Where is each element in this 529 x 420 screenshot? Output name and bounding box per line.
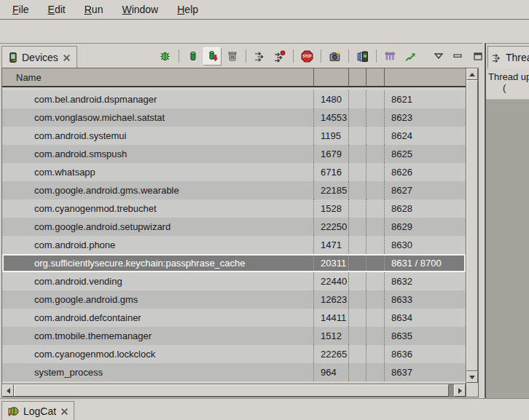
table-row[interactable]: com.android.smspush16798625 xyxy=(2,145,466,163)
empty-cell xyxy=(349,163,367,181)
threads-message-line2: ( xyxy=(486,82,529,93)
table-header: Name xyxy=(2,68,466,87)
horizontal-scroll-thumb[interactable] xyxy=(14,384,449,397)
cause-gc-icon[interactable] xyxy=(223,47,241,66)
process-port: 8629 xyxy=(385,218,466,236)
process-port: 8631 / 8700 xyxy=(385,255,464,271)
menu-file[interactable]: File xyxy=(3,1,39,18)
process-pid: 1471 xyxy=(314,236,349,254)
dump-hprof-icon[interactable] xyxy=(203,47,222,66)
process-name: com.android.smspush xyxy=(2,145,314,163)
column-header-port[interactable] xyxy=(385,68,466,86)
toolbar-separator xyxy=(376,49,377,63)
table-rows: com.bel.android.dspmanager14808621com.vo… xyxy=(2,90,466,381)
empty-cell xyxy=(349,327,367,345)
menu-window[interactable]: Window xyxy=(112,1,168,18)
table-row[interactable]: com.cyanogenmod.lockclock222658636 xyxy=(2,345,466,363)
empty-cell xyxy=(367,145,385,163)
minimize-icon[interactable] xyxy=(449,47,467,66)
debug-process-icon[interactable] xyxy=(156,47,174,66)
process-name: com.android.defcontainer xyxy=(2,309,314,327)
column-header-empty1[interactable] xyxy=(349,68,367,86)
tab-threads[interactable]: Threads xyxy=(487,46,529,68)
empty-cell xyxy=(367,181,385,199)
column-header-empty2[interactable] xyxy=(367,68,385,86)
process-pid: 12623 xyxy=(314,290,349,309)
toolbar-separator xyxy=(321,49,321,63)
process-port: 8636 xyxy=(385,345,466,363)
horizontal-scroll-trough[interactable] xyxy=(449,384,454,397)
pixel-perfect-icon[interactable] xyxy=(401,47,419,66)
empty-cell xyxy=(367,90,385,108)
empty-cell xyxy=(367,127,385,145)
threads-icon xyxy=(491,52,502,63)
vertical-scrollbar[interactable] xyxy=(466,68,478,397)
menu-edit[interactable]: Edit xyxy=(39,1,75,18)
column-header-name[interactable]: Name xyxy=(2,68,314,86)
process-port: 8632 xyxy=(385,272,466,290)
process-port: 8634 xyxy=(385,309,466,327)
menu-run[interactable]: Run xyxy=(75,1,113,18)
scroll-up-button[interactable] xyxy=(466,68,478,80)
table-row[interactable]: system_process9648637 xyxy=(2,363,466,381)
empty-cell xyxy=(349,90,367,108)
close-icon[interactable] xyxy=(63,54,71,62)
column-header-pid[interactable] xyxy=(314,68,349,86)
table-row[interactable]: com.android.systemui11958624 xyxy=(2,127,466,145)
empty-cell xyxy=(349,181,367,199)
update-heap-icon[interactable] xyxy=(184,47,202,66)
devices-toolbar: STOP xyxy=(155,45,487,67)
process-name: com.android.systemui xyxy=(2,127,314,145)
threads-message: Thread up ( xyxy=(486,68,529,99)
process-pid: 1528 xyxy=(314,199,349,218)
table-row[interactable]: com.google.android.gms.wearable221858627 xyxy=(2,181,466,199)
empty-cell xyxy=(367,290,385,309)
table-row[interactable]: com.google.android.setupwizard222508629 xyxy=(2,218,466,236)
process-name: com.tmobile.thememanager xyxy=(2,327,314,345)
menu-help[interactable]: Help xyxy=(168,1,208,18)
menu-bar: File Edit Run Window Help xyxy=(0,0,529,20)
logcat-bar: LogCat xyxy=(0,398,529,420)
horizontal-scrollbar[interactable] xyxy=(2,384,466,397)
vertical-scroll-thumb[interactable] xyxy=(466,80,478,371)
empty-cell xyxy=(349,127,367,145)
process-name: com.vonglasow.michael.satstat xyxy=(2,108,314,127)
scroll-left-button[interactable] xyxy=(2,384,14,397)
scroll-right-button[interactable] xyxy=(454,384,466,397)
close-icon[interactable] xyxy=(60,408,68,416)
empty-cell xyxy=(367,255,385,271)
table-row[interactable]: com.android.defcontainer144118634 xyxy=(2,309,466,327)
stop-process-icon[interactable]: STOP xyxy=(298,47,316,66)
process-port: 8633 xyxy=(385,290,466,309)
empty-cell xyxy=(349,218,367,236)
process-pid: 14411 xyxy=(314,309,349,327)
process-pid: 1679 xyxy=(314,145,349,163)
table-row[interactable]: com.cyanogenmod.trebuchet15288628 xyxy=(2,199,466,218)
table-row[interactable]: com.android.phone14718630 xyxy=(2,236,466,254)
table-row[interactable]: com.android.vending224408632 xyxy=(2,272,466,290)
table-row[interactable]: com.vonglasow.michael.satstat145538623 xyxy=(2,108,466,127)
empty-cell xyxy=(367,163,385,181)
frames-icon[interactable] xyxy=(353,47,372,66)
table-row[interactable]: com.whatsapp67168626 xyxy=(2,163,466,181)
tab-devices[interactable]: Devices xyxy=(1,46,77,68)
update-threads-icon[interactable] xyxy=(251,47,269,66)
hierarchy-view-icon[interactable] xyxy=(381,47,399,66)
screen-capture-icon[interactable] xyxy=(326,47,344,66)
tab-devices-label: Devices xyxy=(22,52,58,63)
toolbar-separator xyxy=(179,49,179,63)
table-row[interactable]: com.bel.android.dspmanager14808621 xyxy=(2,90,466,108)
empty-cell xyxy=(349,236,367,254)
start-profiling-icon[interactable] xyxy=(270,47,289,66)
table-row[interactable]: org.sufficientlysecure.keychain:passphra… xyxy=(2,254,466,272)
threads-message-line1: Thread up xyxy=(486,68,529,82)
view-menu-icon[interactable] xyxy=(429,47,447,66)
tab-logcat[interactable]: LogCat xyxy=(1,401,74,420)
table-row[interactable]: com.google.android.gms126238633 xyxy=(2,290,466,309)
table-row[interactable]: com.tmobile.thememanager15128635 xyxy=(2,327,466,345)
scroll-down-button[interactable] xyxy=(466,371,478,383)
process-pid: 1480 xyxy=(314,90,349,108)
process-pid: 22440 xyxy=(314,272,349,290)
process-pid: 964 xyxy=(314,363,349,381)
logcat-icon xyxy=(7,405,19,417)
